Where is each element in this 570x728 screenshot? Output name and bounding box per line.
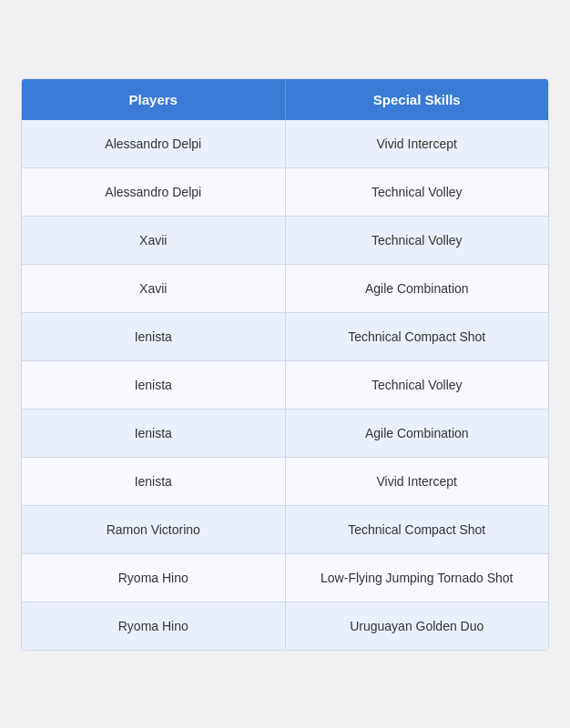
table-row: XaviiAgile Combination xyxy=(22,265,548,313)
table-body: Alessandro DelpiVivid InterceptAlessandr… xyxy=(22,120,548,650)
player-name-cell: Ienista xyxy=(22,313,286,360)
table-row: Ryoma HinoUruguayan Golden Duo xyxy=(22,602,548,650)
table-row: IenistaTechnical Volley xyxy=(22,361,548,410)
player-name-cell: Ryoma Hino xyxy=(22,602,286,650)
skill-name-cell: Low-Flying Jumping Tornado Shot xyxy=(286,554,549,602)
player-name-cell: Alessandro Delpi xyxy=(22,168,286,216)
players-skills-table: Players Special Skills Alessandro DelpiV… xyxy=(21,78,549,651)
table-row: Alessandro DelpiTechnical Volley xyxy=(22,168,548,217)
table-row: IenistaAgile Combination xyxy=(22,410,548,458)
skills-column-header: Special Skills xyxy=(286,79,549,120)
table-row: IenistaVivid Intercept xyxy=(22,458,548,506)
table-row: Alessandro DelpiVivid Intercept xyxy=(22,120,548,168)
player-name-cell: Ramon Victorino xyxy=(22,506,286,553)
player-name-cell: Xavii xyxy=(22,265,286,312)
skill-name-cell: Agile Combination xyxy=(286,410,549,457)
table-row: XaviiTechnical Volley xyxy=(22,217,548,265)
skill-name-cell: Technical Volley xyxy=(286,217,549,264)
skill-name-cell: Technical Volley xyxy=(286,361,549,409)
table-row: IenistaTechnical Compact Shot xyxy=(22,313,548,361)
player-name-cell: Xavii xyxy=(22,217,286,264)
skill-name-cell: Uruguayan Golden Duo xyxy=(286,602,549,650)
skill-name-cell: Technical Volley xyxy=(286,168,549,216)
player-name-cell: Ienista xyxy=(22,410,286,457)
skill-name-cell: Technical Compact Shot xyxy=(286,313,549,360)
players-column-header: Players xyxy=(22,79,286,120)
skill-name-cell: Agile Combination xyxy=(286,265,549,312)
skill-name-cell: Vivid Intercept xyxy=(286,120,549,167)
player-name-cell: Alessandro Delpi xyxy=(22,120,286,167)
table-header: Players Special Skills xyxy=(22,79,548,120)
player-name-cell: Ienista xyxy=(22,361,286,409)
table-row: Ryoma HinoLow-Flying Jumping Tornado Sho… xyxy=(22,554,548,602)
skill-name-cell: Vivid Intercept xyxy=(286,458,549,505)
table-row: Ramon VictorinoTechnical Compact Shot xyxy=(22,506,548,554)
skill-name-cell: Technical Compact Shot xyxy=(286,506,549,553)
player-name-cell: Ryoma Hino xyxy=(22,554,286,602)
player-name-cell: Ienista xyxy=(22,458,286,505)
